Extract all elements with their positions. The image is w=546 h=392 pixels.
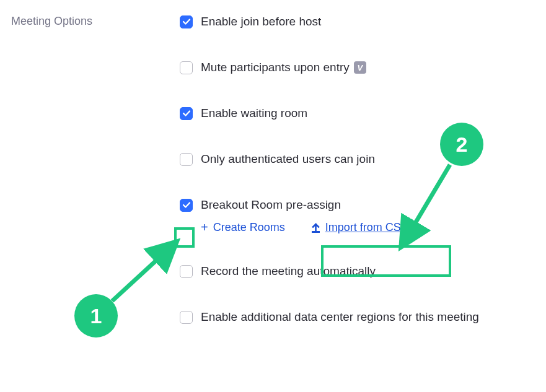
option-label: Mute participants upon entry — [201, 61, 350, 74]
video-badge-icon: V — [354, 61, 366, 74]
option-breakout-preassign: Breakout Room pre-assign — [180, 198, 546, 212]
import-csv-link[interactable]: Import from CSV — [311, 221, 408, 234]
svg-rect-0 — [312, 231, 320, 233]
checkbox-additional-dc-regions[interactable] — [180, 311, 193, 324]
option-label: Enable waiting room — [201, 107, 307, 120]
option-label: Breakout Room pre-assign — [201, 198, 341, 212]
upload-icon — [311, 222, 320, 233]
option-record-automatically: Record the meeting automatically — [180, 264, 546, 278]
section-label: Meeting Options — [11, 15, 180, 28]
option-additional-dc-regions: Enable additional data center regions fo… — [180, 310, 546, 324]
import-csv-label: Import from CSV — [325, 221, 408, 234]
option-mute-participants: Mute participants upon entry V — [180, 61, 546, 74]
checkbox-enable-join-before-host[interactable] — [180, 15, 193, 28]
checkbox-enable-waiting-room[interactable] — [180, 107, 193, 120]
option-only-authenticated: Only authenticated users can join — [180, 152, 546, 166]
option-label: Enable additional data center regions fo… — [201, 310, 479, 324]
option-label: Enable join before host — [201, 15, 321, 28]
checkbox-mute-participants[interactable] — [180, 61, 193, 74]
option-enable-waiting-room: Enable waiting room — [180, 107, 546, 120]
checkbox-only-authenticated[interactable] — [180, 153, 193, 166]
option-label: Only authenticated users can join — [201, 152, 375, 166]
plus-icon: + — [201, 220, 208, 235]
create-rooms-label: Create Rooms — [213, 221, 285, 234]
checkbox-breakout-preassign[interactable] — [180, 199, 193, 212]
breakout-sub-actions: + Create Rooms Import from CSV — [201, 220, 546, 235]
checkbox-record-automatically[interactable] — [180, 265, 193, 278]
option-enable-join-before-host: Enable join before host — [180, 15, 546, 28]
create-rooms-link[interactable]: + Create Rooms — [201, 220, 285, 235]
option-label: Record the meeting automatically — [201, 264, 376, 278]
